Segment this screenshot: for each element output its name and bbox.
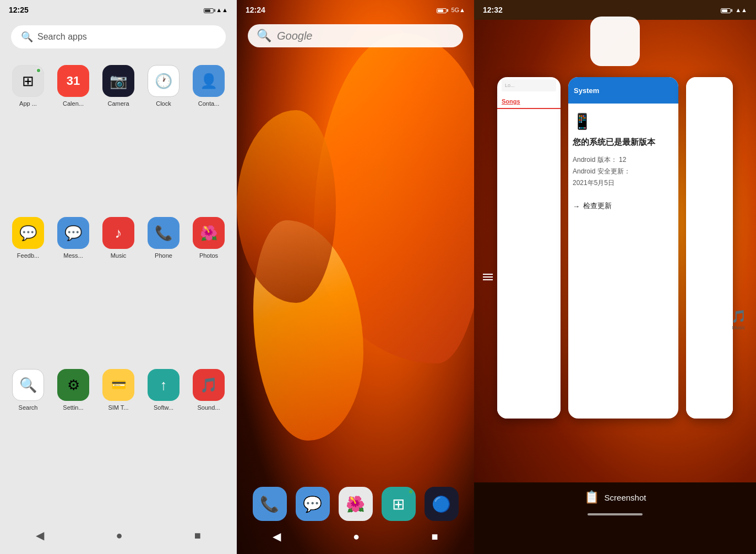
- status-icons-2: 5G▲: [437, 7, 465, 13]
- app-label-settings: Settin...: [63, 404, 83, 411]
- app-appstore[interactable]: ⊞ App ...: [6, 59, 51, 211]
- android-version-label: Android 版本： 12: [573, 155, 674, 165]
- app-icon-calendar: 31: [57, 65, 89, 97]
- app-label-messages: Mess...: [63, 252, 83, 259]
- white-app-blob: [590, 17, 640, 66]
- app-icon-camera: 📷: [102, 65, 134, 97]
- dock-bar: 📞 💬 🌺 ⊞ 🔵: [237, 487, 474, 521]
- search-bar-placeholder: Search apps: [37, 32, 87, 42]
- signal-5g-icon: 5G▲: [451, 7, 465, 13]
- app-calendar[interactable]: 31 Calen...: [51, 59, 96, 211]
- system-update-icon: 📱: [573, 112, 674, 131]
- dock-messages[interactable]: 💬: [296, 487, 330, 521]
- app-label-appstore: App ...: [19, 100, 37, 107]
- partial-card-content: [497, 109, 561, 419]
- status-icons-1: ▲▲: [204, 7, 228, 13]
- status-time-3: 12:32: [483, 6, 503, 14]
- nav-recents-2[interactable]: ■: [432, 530, 438, 543]
- dock-appstore-icon: ⊞: [392, 495, 405, 513]
- status-icons-3: ▲▲: [721, 7, 747, 13]
- app-icon-sound: 🎵: [193, 369, 225, 401]
- app-icon-settings: ⚙: [57, 369, 89, 401]
- nav-back-2[interactable]: ◀: [273, 530, 281, 543]
- recent-bottom-bar: 📋 Screenshot: [474, 482, 756, 554]
- recent-card-partial-right[interactable]: [686, 77, 733, 419]
- app-settings[interactable]: ⚙ Settin...: [51, 363, 96, 515]
- card-header-text: System: [574, 86, 599, 95]
- app-search[interactable]: 🔍 Search: [6, 363, 51, 515]
- google-search-icon: 🔍: [257, 29, 271, 43]
- nav-home-1[interactable]: ●: [116, 529, 122, 542]
- app-icon-search: 🔍: [12, 369, 44, 401]
- system-update-title: 您的系统已是最新版本: [573, 137, 674, 148]
- home-indicator: [588, 513, 643, 515]
- android-security-date: 2021年5月5日: [573, 178, 674, 188]
- app-music[interactable]: ♪ Music: [96, 211, 141, 363]
- app-label-clock: Clock: [156, 100, 171, 107]
- apps-grid: ⊞ App ... 31 Calen... 📷 Camera 🕐 Clock: [0, 54, 237, 521]
- app-label-sound: Sound...: [198, 404, 220, 411]
- app-notification-dot: [36, 68, 41, 73]
- wallpaper: [237, 0, 474, 554]
- nav-home-2[interactable]: ●: [353, 530, 360, 543]
- status-time-2: 12:24: [246, 6, 265, 14]
- app-icon-appstore: ⊞: [12, 65, 44, 97]
- dock-photos[interactable]: 🌺: [339, 487, 373, 521]
- recent-card-system-update[interactable]: System 📱 您的系统已是最新版本 Android 版本： 12 Andro…: [568, 77, 678, 419]
- app-icon-messages: 💬: [57, 217, 89, 249]
- app-label-photos: Photos: [199, 252, 218, 259]
- screenshot-button[interactable]: 📋 Screenshot: [584, 490, 646, 504]
- recent-card-partial-left[interactable]: Lo... Songs 🎵 Music: [497, 77, 561, 419]
- dock-appstore[interactable]: ⊞: [382, 487, 416, 521]
- dock-camera[interactable]: 🔵: [425, 487, 459, 521]
- partial-card-top: Lo...: [497, 77, 561, 94]
- app-sound[interactable]: 🎵 Sound...: [186, 363, 231, 515]
- app-icon-software: ↑: [148, 369, 180, 401]
- app-photos[interactable]: 🌺 Photos: [186, 211, 231, 363]
- app-label-calendar: Calen...: [63, 100, 84, 107]
- app-label-feedback: Feedb...: [17, 252, 39, 259]
- app-icon-clock: 🕐: [148, 65, 180, 97]
- app-label-music: Music: [111, 252, 127, 259]
- status-bar-2: 12:24 5G▲: [237, 0, 474, 20]
- app-contacts[interactable]: 👤 Conta...: [186, 59, 231, 211]
- app-camera[interactable]: 📷 Camera: [96, 59, 141, 211]
- app-label-simt: SIM T...: [108, 404, 128, 411]
- nav-back-1[interactable]: ◀: [36, 529, 44, 542]
- songs-tab[interactable]: Songs: [497, 94, 561, 109]
- check-update-text: 检查更新: [583, 201, 612, 211]
- panel-home-screen: 12:24 5G▲ 🔍 Google 📞 💬 🌺 ⊞ 🔵: [237, 0, 474, 554]
- dock-notification-dot: [408, 489, 414, 495]
- battery-icon-2: [437, 7, 447, 13]
- check-update-button[interactable]: → 检查更新: [573, 201, 674, 211]
- app-icon-simt: 💳: [102, 369, 134, 401]
- app-label-camera: Camera: [107, 100, 129, 107]
- app-label-search: Search: [19, 404, 38, 411]
- app-simt[interactable]: 💳 SIM T...: [96, 363, 141, 515]
- app-label-phone: Phone: [155, 252, 172, 259]
- search-bar[interactable]: 🔍 Search apps: [11, 25, 226, 48]
- app-icon-photos: 🌺: [193, 217, 225, 249]
- app-feedback[interactable]: 💬 Feedb...: [6, 211, 51, 363]
- partial-right-content: [686, 77, 733, 419]
- menu-lines-icon: [483, 272, 493, 282]
- app-phone[interactable]: 📞 Phone: [141, 211, 186, 363]
- app-messages[interactable]: 💬 Mess...: [51, 211, 96, 363]
- signal-icon-1: ▲▲: [216, 7, 228, 13]
- app-software[interactable]: ↑ Softw...: [141, 363, 186, 515]
- signal-icon-3: ▲▲: [735, 7, 747, 13]
- nav-recents-1[interactable]: ■: [194, 529, 201, 542]
- dock-phone-icon: 📞: [260, 495, 279, 513]
- app-label-contacts: Conta...: [198, 100, 220, 107]
- dock-phone[interactable]: 📞: [253, 487, 287, 521]
- app-icon-phone: 📞: [148, 217, 180, 249]
- app-label-software: Softw...: [154, 404, 173, 411]
- app-clock[interactable]: 🕐 Clock: [141, 59, 186, 211]
- app-icon-music: ♪: [102, 217, 134, 249]
- google-search-bar[interactable]: 🔍 Google: [248, 24, 463, 47]
- search-bar-icon: 🔍: [21, 31, 33, 43]
- screenshot-icon: 📋: [584, 490, 599, 504]
- songs-tab-label: Songs: [502, 98, 520, 105]
- card-system-content: 📱 您的系统已是最新版本 Android 版本： 12 Android 安全更新…: [568, 104, 678, 419]
- app-icon-contacts: 👤: [193, 65, 225, 97]
